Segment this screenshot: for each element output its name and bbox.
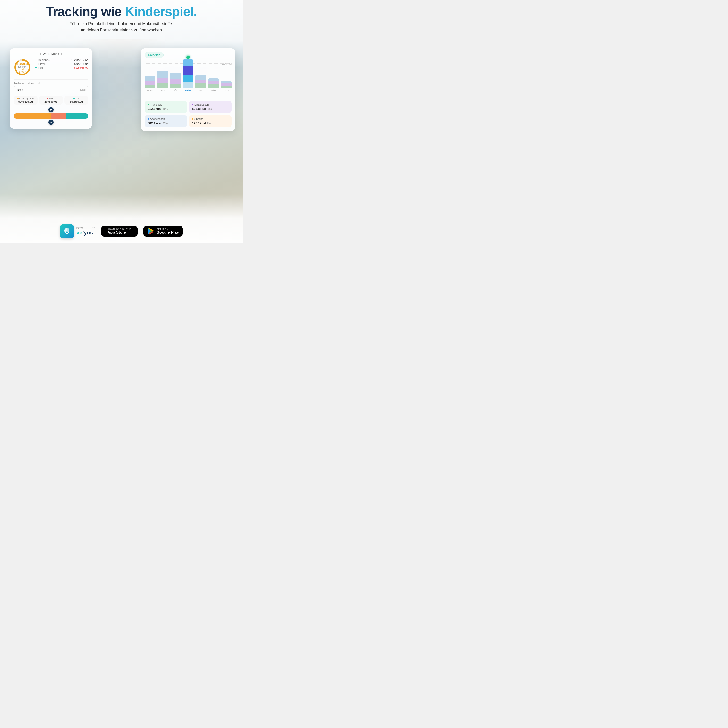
daily-goal-section: Tägliches Kalorienziel 1800 Kcal: [14, 81, 88, 93]
bar-stack-0415: [157, 65, 168, 88]
app-store-large-label: App Store: [107, 230, 131, 235]
google-play-small-label: GET IT ON: [156, 228, 179, 230]
macro-target-fat: Fett 30%/60.0g: [64, 96, 88, 105]
calorie-summary: 1358.0 Kalorien Ziel: 1400.0 Kohlenh... …: [14, 58, 88, 76]
meal-header-abendessen: Abendessen: [148, 118, 184, 120]
chart-label-0415: 04/15: [160, 89, 165, 92]
calorie-tracker-card: ‹ Wed, Nov 6 › 1358.0 Kalorien Ziel: 140…: [10, 48, 92, 129]
meal-header-mittagessen: Mittagessen: [192, 103, 229, 106]
chart-bars: 04/02 04/15: [145, 60, 231, 96]
pill-label-fat: Fett: [66, 97, 86, 100]
app-store-text: Download on the App Store: [107, 228, 131, 235]
macro-name-carb: Kohlenh...: [38, 58, 70, 61]
meal-name-snacks: Snacks: [194, 118, 203, 120]
chart-bar-0503: 05/03: [183, 55, 193, 92]
bar-handle-top[interactable]: ⇄: [48, 107, 54, 112]
macro-item-carb: Kohlenh... 132.8g/157.5g: [35, 58, 88, 61]
meal-values-snacks: 126.1kcal9%: [192, 121, 229, 125]
meal-values-fruehstueck: 212.3kcal16%: [148, 107, 184, 111]
pill-value-carb: 50%/225.0g: [15, 100, 36, 103]
bar-seg-1212a-1: [195, 75, 206, 80]
chart-label-1212a: 12/12: [198, 89, 203, 92]
bar-segment-fat: [66, 113, 88, 119]
meal-name-fruehstueck: Frühstück: [150, 103, 162, 106]
subtitle: Führe ein Protokoll deiner Kalorien und …: [0, 21, 243, 33]
page-wrapper: Tracking wie Kinderspiel. Führe ein Prot…: [0, 0, 243, 243]
macro-bar-section: ⇄ ⇄: [14, 107, 88, 125]
google-play-button[interactable]: GET IT ON Google Play: [144, 226, 183, 237]
macro-target-protein: Eiweiß 20%/90.0g: [39, 96, 63, 105]
macro-item-protein: Eiweiß 85.9g/105.0g: [35, 63, 88, 65]
pill-dot-fat: [73, 98, 75, 99]
vesync-sync: /ync: [82, 229, 93, 236]
chart-label-0503: 05/03: [185, 89, 191, 92]
header-section: Tracking wie Kinderspiel. Führe ein Prot…: [0, 5, 243, 33]
chart-bar-1212a: 12/12: [195, 75, 206, 92]
meal-cards: Frühstück 212.3kcal16% Mittagessen 523.8…: [145, 101, 231, 127]
headline-tracking: Tracking wie: [46, 4, 125, 19]
pill-value-fat: 30%/60.0g: [66, 100, 86, 103]
bar-seg-0402-2: [145, 81, 155, 85]
meal-name-abendessen: Abendessen: [150, 118, 165, 120]
macro-list: Kohlenh... 132.8g/157.5g Eiweiß 85.9g/10…: [35, 58, 88, 70]
bar-seg-0425-2: [170, 79, 181, 84]
meal-card-mittagessen: Mittagessen 523.8kcal38%: [189, 101, 231, 113]
pill-label-protein: Eiweiß: [41, 97, 61, 100]
calorie-circle-text: 1358.0 Kalorien Ziel: 1400.0: [17, 62, 28, 73]
macro-values-protein: 85.9g/105.0g: [73, 63, 88, 65]
bar-seg-0503-2: [183, 66, 193, 75]
bar-stack-1212a: [195, 75, 206, 88]
meal-values-abendessen: 602.1kcal37%: [148, 121, 184, 125]
bar-seg-1212b-2: [208, 81, 219, 84]
daily-goal-label: Tägliches Kalorienziel: [14, 81, 88, 84]
vesync-logo: ve/ync: [76, 229, 95, 236]
pill-label-carb: Kohlenhy drate: [15, 97, 36, 100]
bar-seg-0402-1: [145, 76, 155, 81]
date-next-arrow[interactable]: ›: [61, 52, 62, 55]
meal-header-snacks: Snacks: [192, 118, 229, 120]
calorie-number: 1358.0: [17, 62, 28, 66]
chart-bar-0425: 04/25: [170, 67, 181, 92]
google-play-icon: [147, 228, 154, 235]
macro-target-carb: Kohlenhy drate 50%/225.0g: [14, 96, 38, 105]
daily-goal-unit: Kcal: [80, 88, 86, 92]
bar-seg-0415-3: [157, 83, 168, 88]
bar-segment-protein: [51, 113, 66, 119]
meal-card-abendessen: Abendessen 602.1kcal37%: [145, 115, 187, 127]
bar-stack-0402: [145, 70, 155, 88]
chart-area: 1500Kcal 04/02: [145, 60, 231, 99]
meal-dot-snacks: [192, 118, 193, 119]
google-play-large-label: Google Play: [156, 230, 179, 235]
macro-values-fat: 52.8g/38.9g: [74, 66, 88, 69]
bar-seg-1212b-1: [208, 78, 219, 81]
daily-goal-input[interactable]: 1800 Kcal: [14, 86, 88, 93]
meal-card-fruehstueck: Frühstück 212.3kcal16%: [145, 101, 187, 113]
macro-dot-protein: [35, 64, 37, 64]
macro-name-fat: Fett: [38, 66, 73, 69]
brand-section: POWERED BY ve/ync: [60, 224, 95, 238]
macro-dot-fat: [35, 67, 37, 68]
bar-seg-1212c-1: [221, 81, 231, 83]
bar-top-ball: [187, 55, 190, 59]
macro-color-bar: [14, 113, 88, 119]
bar-segment-carb: [14, 113, 51, 119]
pill-dot-protein: [47, 98, 48, 99]
calorie-label: Kalorien: [17, 66, 28, 68]
bar-seg-0425-1: [170, 73, 181, 79]
bar-handle-bottom[interactable]: ⇄: [48, 119, 54, 125]
date-prev-arrow[interactable]: ‹: [40, 52, 41, 55]
bar-seg-1212c-3: [221, 86, 231, 88]
app-store-button[interactable]: Download on the App Store: [101, 226, 138, 237]
daily-goal-value: 1800: [16, 87, 24, 92]
chart-label-0425: 04/25: [173, 89, 178, 92]
chart-bar-1212b: 12/12: [208, 78, 219, 92]
bar-seg-1212c-2: [221, 83, 231, 86]
kalorien-badge: Kalorien: [145, 52, 164, 58]
bar-stack-1212c: [221, 81, 231, 88]
bar-stack-0425: [170, 67, 181, 88]
calorie-ziel: Ziel: 1400.0: [17, 68, 28, 73]
date-display: Wed, Nov 6: [43, 52, 59, 55]
macro-targets: Kohlenhy drate 50%/225.0g Eiweiß 20%/90.…: [14, 96, 88, 105]
calorie-circle: 1358.0 Kalorien Ziel: 1400.0: [14, 58, 31, 76]
bar-seg-1212a-3: [195, 84, 206, 88]
